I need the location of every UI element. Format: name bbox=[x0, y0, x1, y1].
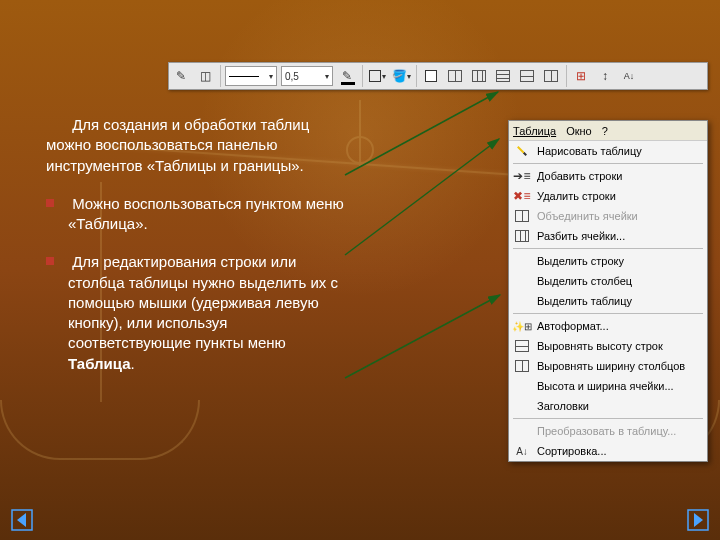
table-menu-dropdown: Таблица Окно ? Нарисовать таблицу➔≡Добав… bbox=[508, 120, 708, 462]
menu-bar-help[interactable]: ? bbox=[602, 125, 608, 137]
distribute-rows-icon[interactable] bbox=[516, 65, 538, 87]
menu-separator bbox=[513, 248, 703, 249]
border-color-icon[interactable]: ✎ bbox=[336, 65, 358, 87]
toolbar-separator bbox=[415, 65, 417, 87]
blank-icon bbox=[513, 398, 531, 414]
menu-separator bbox=[513, 163, 703, 164]
del-row-icon: ✖≡ bbox=[513, 188, 531, 204]
merge-cells-icon[interactable] bbox=[444, 65, 466, 87]
blank-icon bbox=[513, 423, 531, 439]
menu-item[interactable]: Разбить ячейки... bbox=[509, 226, 707, 246]
menu-item[interactable]: Заголовки bbox=[509, 396, 707, 416]
menu-item[interactable]: Высота и ширина ячейки... bbox=[509, 376, 707, 396]
menu-item-label: Нарисовать таблицу bbox=[537, 145, 701, 157]
tables-and-borders-toolbar: ✎ ◫ ▾ 0,5▾ ✎ ▾ 🪣▾ ⊞ ↕ A↓ bbox=[168, 62, 708, 90]
menu-item-label: Заголовки bbox=[537, 400, 701, 412]
toolbar-separator bbox=[361, 65, 363, 87]
line-style-combo[interactable]: ▾ bbox=[225, 66, 277, 86]
line-weight-value: 0,5 bbox=[285, 71, 299, 82]
menu-item-label: Выделить столбец bbox=[537, 275, 701, 287]
toolbar-separator bbox=[565, 65, 567, 87]
next-slide-button[interactable] bbox=[686, 508, 710, 532]
insert-table-icon[interactable] bbox=[420, 65, 442, 87]
menu-item-label: Удалить строки bbox=[537, 190, 701, 202]
slide-text-block: Для создания и обработки таблиц можно во… bbox=[46, 115, 346, 392]
menu-item[interactable]: Выровнять ширину столбцов bbox=[509, 356, 707, 376]
outside-border-icon[interactable]: ▾ bbox=[366, 65, 388, 87]
paragraph-3-suffix: . bbox=[131, 355, 135, 372]
menu-item[interactable]: ➔≡Добавить строки bbox=[509, 166, 707, 186]
ins-row-icon: ➔≡ bbox=[513, 168, 531, 184]
blank-icon bbox=[513, 293, 531, 309]
menu-bar-table[interactable]: Таблица bbox=[513, 125, 556, 137]
menu-item-label: Объединить ячейки bbox=[537, 210, 701, 222]
split-cells-icon[interactable] bbox=[468, 65, 490, 87]
line-weight-combo[interactable]: 0,5▾ bbox=[281, 66, 333, 86]
menu-item[interactable]: A↓Сортировка... bbox=[509, 441, 707, 461]
menu-separator bbox=[513, 313, 703, 314]
menu-bar: Таблица Окно ? bbox=[509, 121, 707, 141]
fill-color-icon[interactable]: 🪣▾ bbox=[390, 65, 412, 87]
blank-icon bbox=[513, 378, 531, 394]
paragraph-2-text: Можно воспользоваться пунктом меню «Табл… bbox=[68, 195, 344, 232]
pencil-icon bbox=[513, 143, 531, 159]
menu-item[interactable]: Выделить строку bbox=[509, 251, 707, 271]
draw-table-icon[interactable]: ✎ bbox=[170, 65, 192, 87]
blank-icon bbox=[513, 253, 531, 269]
blank-icon bbox=[513, 273, 531, 289]
paragraph-1-text: Для создания и обработки таблиц можно во… bbox=[46, 116, 309, 174]
paragraph-3: Для редактирования строки или столбца та… bbox=[46, 252, 346, 374]
table-autoformat-icon[interactable]: ⊞ bbox=[570, 65, 592, 87]
menu-item-label: Высота и ширина ячейки... bbox=[537, 380, 701, 392]
eraser-icon[interactable]: ◫ bbox=[194, 65, 216, 87]
menu-bar-window[interactable]: Окно bbox=[566, 125, 592, 137]
sort-icon[interactable]: A↓ bbox=[618, 65, 640, 87]
menu-item[interactable]: ✖≡Удалить строки bbox=[509, 186, 707, 206]
menu-item: Преобразовать в таблицу... bbox=[509, 421, 707, 441]
sort-icon: A↓ bbox=[513, 443, 531, 459]
align-icon[interactable] bbox=[492, 65, 514, 87]
text-direction-icon[interactable]: ↕ bbox=[594, 65, 616, 87]
merge-icon bbox=[513, 208, 531, 224]
menu-item-label: Разбить ячейки... bbox=[537, 230, 701, 242]
split-icon bbox=[513, 228, 531, 244]
menu-item[interactable]: Выделить таблицу bbox=[509, 291, 707, 311]
menu-item: Объединить ячейки bbox=[509, 206, 707, 226]
paragraph-1: Для создания и обработки таблиц можно во… bbox=[46, 115, 346, 176]
paragraph-3-bold: Таблица bbox=[68, 355, 131, 372]
rows-w-icon bbox=[513, 358, 531, 374]
af-icon: ✨⊞ bbox=[513, 318, 531, 334]
prev-slide-button[interactable] bbox=[10, 508, 34, 532]
menu-item-label: Преобразовать в таблицу... bbox=[537, 425, 701, 437]
paragraph-2: Можно воспользоваться пунктом меню «Табл… bbox=[46, 194, 346, 235]
menu-separator bbox=[513, 418, 703, 419]
toolbar-separator bbox=[219, 65, 221, 87]
menu-item-label: Добавить строки bbox=[537, 170, 701, 182]
menu-item[interactable]: Выделить столбец bbox=[509, 271, 707, 291]
menu-item[interactable]: Выровнять высоту строк bbox=[509, 336, 707, 356]
menu-item-label: Сортировка... bbox=[537, 445, 701, 457]
rows-h-icon bbox=[513, 338, 531, 354]
paragraph-3-prefix: Для редактирования строки или столбца та… bbox=[68, 253, 338, 351]
menu-item-label: Выделить таблицу bbox=[537, 295, 701, 307]
distribute-cols-icon[interactable] bbox=[540, 65, 562, 87]
menu-item[interactable]: Нарисовать таблицу bbox=[509, 141, 707, 161]
menu-item-label: Выделить строку bbox=[537, 255, 701, 267]
menu-item[interactable]: ✨⊞Автоформат... bbox=[509, 316, 707, 336]
menu-item-label: Выровнять ширину столбцов bbox=[537, 360, 701, 372]
menu-item-label: Автоформат... bbox=[537, 320, 701, 332]
menu-item-label: Выровнять высоту строк bbox=[537, 340, 701, 352]
